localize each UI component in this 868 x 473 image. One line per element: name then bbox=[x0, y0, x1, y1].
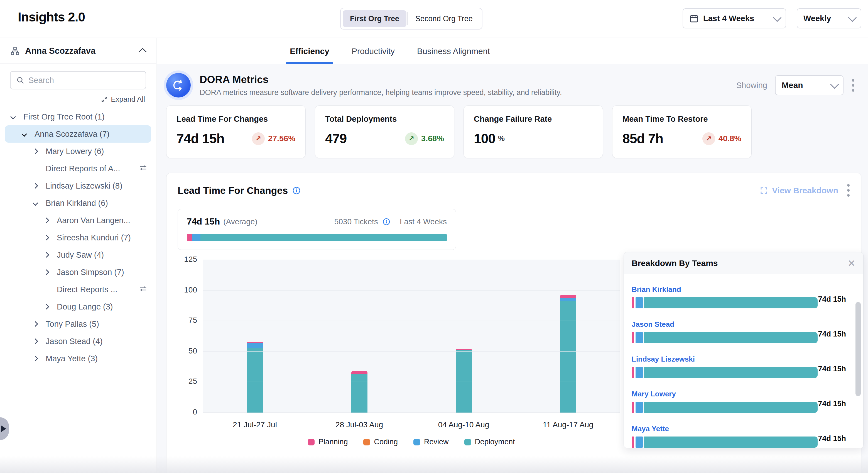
metric-card-value: 74d 15h bbox=[177, 131, 224, 146]
main-content: DORA Metrics DORA metrics measure softwa… bbox=[157, 65, 868, 473]
metric-delta-badge: ↗3.68% bbox=[405, 132, 444, 145]
metric-card-value-row: 479↗3.68% bbox=[325, 131, 444, 146]
team-name-link[interactable]: Brian Kirkland bbox=[632, 285, 846, 294]
date-range-select[interactable]: Last 4 Weeks bbox=[683, 8, 786, 28]
tree-item-jason-stead-4[interactable]: Jason Stead (4) bbox=[5, 333, 151, 350]
tree-item-aaron-van-langen[interactable]: Aaron Van Langen... bbox=[5, 212, 151, 229]
tab-efficiency[interactable]: Efficiency bbox=[287, 38, 332, 64]
tab-business-alignment[interactable]: Business Alignment bbox=[415, 38, 492, 64]
stacked-bar-28-jul-03-aug[interactable] bbox=[351, 371, 368, 413]
tree-item-anna-scozzafava-7[interactable]: Anna Scozzafava (7) bbox=[5, 125, 151, 143]
legend-swatch-review bbox=[413, 439, 420, 445]
chevron-down-icon[interactable] bbox=[33, 200, 38, 206]
team-stacked-bar bbox=[632, 402, 846, 413]
info-icon[interactable] bbox=[292, 186, 301, 195]
chart-card-header: Lead Time For Changes View Breakdown bbox=[178, 182, 850, 198]
team-name-link[interactable]: Jason Stead bbox=[632, 320, 846, 329]
dora-kebab-menu-icon[interactable] bbox=[851, 78, 855, 93]
chevron-right-icon[interactable] bbox=[33, 183, 38, 188]
y-tick-label: 75 bbox=[178, 316, 197, 325]
tree-item-brian-kirkland-6[interactable]: Brian Kirkland (6) bbox=[5, 195, 151, 212]
chevron-right-icon[interactable] bbox=[33, 148, 38, 154]
chart-kebab-menu-icon[interactable] bbox=[846, 182, 850, 198]
tab-productivity[interactable]: Productivity bbox=[349, 38, 397, 64]
gridline-100 bbox=[203, 290, 620, 291]
tree-item-lindsay-liszewski-8[interactable]: Lindsay Liszewski (8) bbox=[5, 177, 151, 195]
collapse-chevron-icon[interactable] bbox=[138, 48, 147, 55]
chevron-down-icon bbox=[773, 13, 781, 22]
scrollbar-thumb[interactable] bbox=[856, 302, 861, 396]
toggle-first-org-tree[interactable]: First Org Tree bbox=[343, 10, 406, 27]
team-name-link[interactable]: Mary Lowery bbox=[632, 390, 846, 398]
filter-sliders-icon[interactable] bbox=[139, 164, 147, 174]
tree-item-sireesha-kunduri-7[interactable]: Sireesha Kunduri (7) bbox=[5, 229, 151, 246]
gridline-75 bbox=[203, 321, 620, 321]
bar-column-28-jul-03-aug bbox=[307, 260, 411, 413]
tree-item-label: Doug Lange (3) bbox=[57, 302, 113, 312]
metric-card-total-deployments: Total Deployments479↗3.68% bbox=[315, 105, 454, 158]
tree-item-doug-lange-3[interactable]: Doug Lange (3) bbox=[5, 298, 151, 315]
trend-arrow-icon: ↗ bbox=[702, 132, 715, 145]
chevron-down-icon[interactable] bbox=[10, 114, 16, 119]
team-bar-planning-segment bbox=[632, 402, 634, 413]
team-bar-deployment-segment bbox=[644, 437, 817, 448]
tree-item-mary-lowery-6[interactable]: Mary Lowery (6) bbox=[5, 143, 151, 160]
tree-item-label: Direct Reports ... bbox=[57, 285, 118, 294]
team-name-link[interactable]: Maya Yette bbox=[632, 424, 846, 433]
legend-label: Planning bbox=[318, 438, 348, 446]
granularity-select[interactable]: Weekly bbox=[797, 8, 861, 28]
gridline-50 bbox=[203, 351, 620, 352]
dora-titles: DORA Metrics DORA metrics measure softwa… bbox=[199, 74, 562, 97]
aggregation-select[interactable]: Mean bbox=[775, 75, 843, 95]
chevron-right-icon[interactable] bbox=[44, 217, 49, 223]
sidebar-header: Anna Scozzafava bbox=[0, 38, 156, 64]
stacked-bar-11-aug-17-aug[interactable] bbox=[560, 295, 576, 413]
stacked-bar-21-jul-27-jul[interactable] bbox=[247, 342, 263, 413]
main-tabs: EfficiencyProductivityBusiness Alignment bbox=[157, 38, 868, 64]
average-summary-top: 74d 15h (Average) 5030 Tickets Last 4 We… bbox=[187, 216, 447, 227]
tree-item-direct-reports-of-a[interactable]: Direct Reports of A... bbox=[5, 160, 151, 177]
view-breakdown-button[interactable]: View Breakdown bbox=[760, 186, 838, 195]
average-value: 74d 15h bbox=[187, 216, 220, 227]
bar-segment-deployment bbox=[456, 350, 472, 413]
tree-item-first-org-tree-root-1[interactable]: First Org Tree Root (1) bbox=[5, 108, 151, 125]
metric-card-value: 85d 7h bbox=[622, 131, 663, 146]
sidebar-search bbox=[10, 71, 146, 89]
bar-column-04-aug-10-aug bbox=[411, 260, 516, 413]
tree-item-direct-reports[interactable]: Direct Reports ... bbox=[5, 281, 151, 298]
tickets-count: 5030 Tickets bbox=[334, 217, 378, 226]
metric-card-title: Mean Time To Restore bbox=[622, 115, 741, 124]
lead-time-chart: 0255075100125 21 Jul-27 Jul28 Jul-03 Aug… bbox=[178, 260, 620, 446]
legend-label: Deployment bbox=[475, 438, 515, 446]
chevron-right-icon[interactable] bbox=[44, 269, 49, 275]
chevron-right-icon[interactable] bbox=[44, 304, 49, 309]
metric-card-lead-time-for-changes: Lead Time For Changes74d 15h↗27.56% bbox=[166, 105, 306, 158]
expand-all-link[interactable]: Expand All bbox=[101, 95, 145, 104]
tree-item-tony-pallas-5[interactable]: Tony Pallas (5) bbox=[5, 315, 151, 333]
chevron-right-icon[interactable] bbox=[44, 252, 49, 258]
chevron-right-icon[interactable] bbox=[33, 356, 38, 361]
team-bar-planning-segment bbox=[632, 297, 634, 308]
y-tick-label: 25 bbox=[178, 377, 197, 386]
info-icon[interactable] bbox=[382, 218, 390, 226]
team-name-link[interactable]: Lindsay Liszewski bbox=[632, 355, 846, 363]
tree-item-jason-simpson-7[interactable]: Jason Simpson (7) bbox=[5, 264, 151, 281]
toggle-second-org-tree[interactable]: Second Org Tree bbox=[408, 10, 480, 27]
chevron-right-icon[interactable] bbox=[33, 338, 38, 344]
date-range-value: Last 4 Weeks bbox=[703, 14, 754, 23]
avg-segment-deployment bbox=[200, 234, 446, 241]
aggregation-value: Mean bbox=[782, 81, 803, 90]
metric-card-value: 100 bbox=[474, 131, 495, 146]
close-icon[interactable]: ✕ bbox=[848, 259, 856, 268]
search-input[interactable] bbox=[28, 76, 140, 85]
filter-sliders-icon[interactable] bbox=[139, 285, 147, 295]
chevron-right-icon[interactable] bbox=[33, 321, 38, 327]
meta-divider bbox=[395, 217, 395, 227]
tree-item-maya-yette-3[interactable]: Maya Yette (3) bbox=[5, 350, 151, 367]
team-row-jason-stead: Jason Stead74d 15h bbox=[632, 320, 846, 343]
team-bar-review-segment bbox=[636, 402, 643, 413]
chevron-down-icon[interactable] bbox=[22, 131, 27, 137]
tree-item-judy-saw-4[interactable]: Judy Saw (4) bbox=[5, 246, 151, 264]
chevron-right-icon[interactable] bbox=[44, 235, 49, 240]
stacked-bar-04-aug-10-aug[interactable] bbox=[456, 349, 472, 413]
